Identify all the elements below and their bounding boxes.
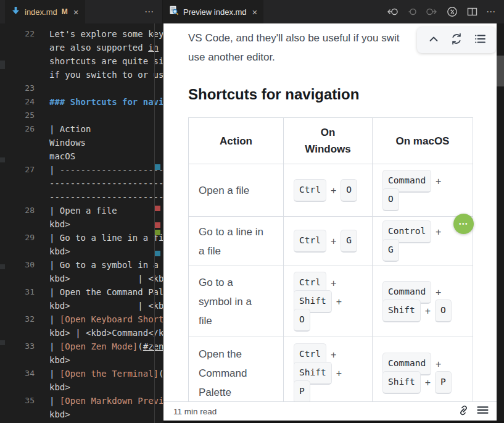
preview-icon — [169, 6, 179, 18]
line-number — [0, 149, 35, 163]
chevron-up-icon[interactable] — [427, 33, 440, 47]
line-number — [0, 136, 35, 149]
code-line[interactable]: 28| Open a file — [0, 204, 163, 217]
code-line[interactable]: ----------------------- — [0, 177, 163, 190]
line-number — [0, 272, 35, 285]
split-editor-icon[interactable] — [466, 6, 478, 17]
code-text: kbd> | <kb — [49, 299, 163, 312]
tab-preview[interactable]: Preview index.md × — [163, 0, 263, 23]
line-number: 23 — [0, 82, 35, 95]
code-line[interactable]: macOS — [0, 149, 163, 163]
code-text: kbd> | <kb — [49, 272, 163, 285]
table-header-cell: On macOS — [373, 118, 473, 164]
code-line[interactable]: ----------------------- — [0, 190, 163, 204]
code-text: | --------------------- — [49, 163, 163, 177]
shortcut-keys: O — [382, 191, 463, 208]
code-line[interactable]: 23 — [0, 82, 163, 95]
scrollbar-thumb[interactable] — [497, 56, 504, 86]
code-line[interactable]: if you switch to or use — [0, 68, 163, 82]
shortcut-keys: Command+ — [382, 356, 463, 372]
table-header-cell: OnWindows — [284, 118, 373, 164]
code-text: kbd> — [49, 380, 70, 394]
nav-back-icon[interactable] — [386, 6, 399, 17]
code-line[interactable]: kbd> — [0, 245, 163, 258]
code-line[interactable]: shortcuts are quite sim — [0, 54, 163, 68]
windows-shortcut-cell: Ctrl+O — [284, 164, 373, 217]
code-line[interactable]: 32| [Open Keyboard Short — [0, 312, 163, 326]
line-number: 25 — [0, 109, 35, 122]
code-text: | Open a file — [49, 204, 117, 217]
preview-scrollbar — [497, 23, 504, 423]
code-line[interactable]: Windows — [0, 136, 163, 149]
line-number: 31 — [0, 285, 35, 299]
line-number — [0, 68, 35, 82]
code-line[interactable]: kbd> — [0, 353, 163, 367]
code-text: ----------------------- — [49, 177, 163, 190]
section-heading: Shortcuts for navigation — [188, 86, 359, 103]
shortcut-keys: Shift+P — [382, 374, 463, 391]
line-number: 30 — [0, 258, 35, 272]
code-line[interactable]: 35| [Open Markdown Previ — [0, 394, 163, 408]
shortcut-keys: Shift+O — [382, 303, 463, 319]
code-line[interactable]: kbd> — [0, 380, 163, 394]
code-line[interactable]: 34| [Open the Terminal]( — [0, 367, 163, 380]
outline-list-icon[interactable] — [473, 32, 487, 48]
ellipsis-icon: ••• — [459, 220, 468, 227]
code-line[interactable]: kbd> | <kbd>Command</k — [0, 326, 163, 340]
code-text: | [Open the Terminal]( — [49, 367, 163, 380]
code-line[interactable]: 24### Shortcuts for navig — [0, 95, 163, 109]
code-lines: 22Let's explore some keybare also suppor… — [0, 27, 163, 423]
run-icon[interactable] — [446, 6, 458, 18]
plus-separator: + — [436, 283, 441, 302]
editor-group-actions: ⋯ — [144, 0, 154, 23]
more-actions-icon[interactable]: ⋯ — [144, 6, 154, 17]
nav-forward-icon[interactable] — [425, 6, 438, 17]
menu-icon[interactable] — [476, 404, 489, 419]
close-icon[interactable]: × — [73, 7, 79, 17]
refresh-icon[interactable] — [450, 32, 463, 48]
code-line[interactable]: kbd> | <kb — [0, 272, 163, 285]
table-row: Open a fileCtrl+OCommand+O — [189, 164, 473, 217]
overview-decoration — [155, 222, 160, 228]
line-number — [0, 380, 35, 394]
overview-decoration — [155, 206, 160, 211]
code-line[interactable]: 26| Action — [0, 122, 163, 136]
table-header-cell: Action — [189, 118, 284, 164]
code-line[interactable]: 33| [Open Zen Mode](#zen — [0, 340, 163, 353]
code-line[interactable]: 30| Go to a symbol in a f — [0, 258, 163, 272]
nav-location-icon[interactable] — [407, 6, 417, 17]
editor-pane[interactable]: 22Let's explore some keybare also suppor… — [0, 23, 163, 423]
kbd-key: P — [435, 371, 452, 394]
code-line[interactable]: 22Let's explore some keyb — [0, 27, 163, 41]
plus-separator: + — [331, 232, 336, 251]
code-line[interactable]: 27| --------------------- — [0, 163, 163, 177]
tab-index-md[interactable]: index.md M × — [5, 0, 85, 23]
shortcut-keys: Ctrl+ — [294, 346, 362, 363]
more-actions-icon[interactable]: ⋯ — [486, 6, 495, 17]
kbd-key: G — [341, 230, 357, 253]
line-number — [0, 408, 35, 421]
shortcut-keys: Control+ — [382, 224, 463, 240]
modified-badge: M — [62, 7, 68, 16]
code-line[interactable]: 29| Go to a line in a fil — [0, 231, 163, 245]
code-line[interactable]: kbd> — [0, 408, 163, 421]
line-number: 28 — [0, 204, 35, 217]
assistant-fab[interactable]: ••• — [453, 214, 474, 234]
code-text: | Action — [49, 122, 91, 136]
code-text: kbd> | <kbd>Command</k — [49, 326, 163, 340]
line-number: 24 — [0, 95, 35, 109]
markdown-preview[interactable]: VS Code, and they'll also be useful if y… — [163, 23, 497, 423]
code-text: kbd> — [49, 245, 70, 258]
table-row: Go to a line ina fileCtrl+GControl+G — [189, 217, 473, 266]
code-line[interactable]: 31| Open the Command Pal — [0, 285, 163, 299]
kbd-key: P — [294, 380, 310, 403]
macos-shortcut-cell: Command+Shift+P — [373, 337, 473, 410]
link-icon[interactable] — [457, 404, 470, 419]
code-line[interactable]: kbd> | <kb — [0, 299, 163, 312]
code-line[interactable]: 25 — [0, 109, 163, 122]
code-line[interactable]: are also supported in — [0, 41, 163, 54]
close-icon[interactable]: × — [252, 7, 258, 17]
code-line[interactable]: kbd> — [0, 217, 163, 231]
preview-paragraph: VS Code, and they'll also be useful if y… — [188, 28, 400, 67]
shortcuts-table: ActionOnWindowsOn macOS Open a fileCtrl+… — [188, 117, 473, 410]
